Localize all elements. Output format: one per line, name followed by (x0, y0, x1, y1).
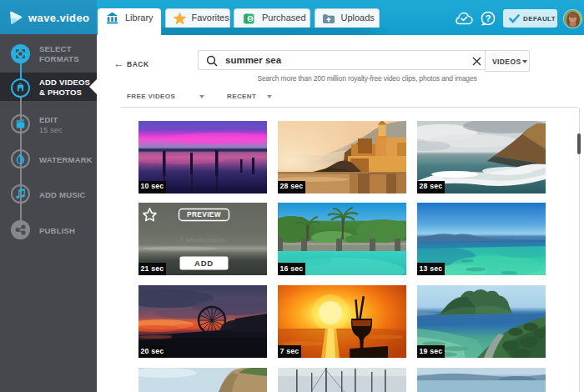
svg-text:?: ? (486, 13, 491, 23)
svg-text:$: $ (249, 16, 252, 23)
svg-text:ADD: ADD (194, 259, 214, 268)
svg-text:PREVIEW: PREVIEW (187, 210, 221, 219)
svg-text:◐ shutterstock: ◐ shutterstock (179, 236, 226, 244)
